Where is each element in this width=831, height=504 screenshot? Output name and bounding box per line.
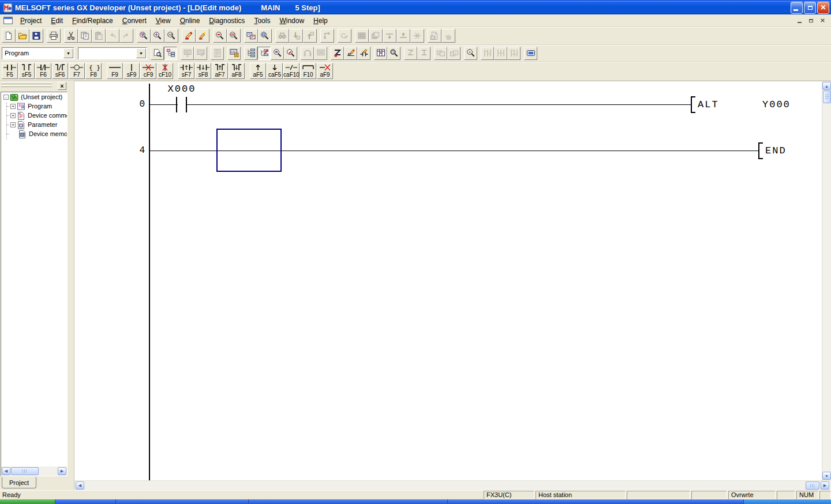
find-edit-button[interactable] [284,47,297,60]
mdi-restore-button[interactable] [806,16,816,25]
world-find-button[interactable] [258,29,272,43]
expand-icon[interactable]: + [10,122,16,127]
forced-contact-button[interactable] [357,47,370,60]
mdi-minimize-button[interactable] [795,16,804,25]
replace-device-button[interactable] [182,29,196,43]
fkey-caF5-button[interactable]: caF5 [267,63,283,79]
menu-edit[interactable]: Edit [46,15,68,27]
device-batch-button[interactable] [374,47,387,60]
find-step-button[interactable] [227,29,241,43]
tree-item[interactable]: -(Unset project) [1,92,67,101]
find-button[interactable] [137,29,151,43]
menu-convert[interactable]: Convert [118,15,151,27]
start-button[interactable] [0,499,55,504]
scroll-left-icon[interactable]: ◀ [76,482,84,490]
scroll-right-icon[interactable]: ▶ [821,482,829,490]
fkey-aF8-button[interactable]: aF8 [229,63,245,79]
fkey-cF9-button[interactable]: cF9 [140,63,156,79]
data-type-combo[interactable]: Program ▼ [2,47,74,59]
tree-item[interactable]: Device memory [1,129,67,138]
cut-button[interactable] [64,29,78,43]
fkey-F8-button[interactable]: { }F8 [85,63,102,79]
ld-window-icon[interactable] [3,16,13,25]
data-name-combo[interactable]: ▼ [78,47,147,59]
menu-tools[interactable]: Tools [249,15,275,27]
tree-item[interactable]: +Program [1,101,67,111]
chevron-down-icon[interactable]: ▼ [63,48,73,58]
fkey-cF10-button[interactable]: cF10 [157,63,173,79]
print-button[interactable] [47,29,61,43]
fkey-sF7-button[interactable]: sF7 [178,63,194,79]
restore-button[interactable] [804,2,816,14]
save-button[interactable] [29,29,43,43]
tree-pin-button[interactable] [257,47,271,60]
expand-icon[interactable]: + [10,113,16,118]
fkey-sF6-button[interactable]: sF6 [52,63,68,79]
ladder-monitor-button[interactable]: LD [227,47,241,60]
menu-view[interactable]: View [151,15,175,27]
fkey-caF10-button[interactable]: caF10 [283,63,300,79]
scroll-up-icon[interactable]: ▲ [822,82,831,90]
find-string-button[interactable]: AB [164,29,178,43]
docking-grip[interactable] [1,82,52,84]
scroll-right-icon[interactable]: ▶ [58,467,66,475]
screen-keyboard-button[interactable] [524,47,537,60]
fkey-aF9-button[interactable]: aF9 [317,63,333,79]
vertical-scrollbar[interactable]: ▲ ▼ [822,81,831,480]
menu-find-replace[interactable]: Find/Replace [68,15,118,27]
system-tray[interactable] [743,499,831,504]
fkey-F9-button[interactable]: F9 [107,63,123,79]
fkey-aF5-button[interactable]: aF5 [250,63,266,79]
horizontal-scrollbar[interactable]: ◀ ▶ [74,480,831,490]
scrollbar-thumb[interactable] [806,482,819,490]
fkey-sF8-button[interactable]: sF8 [195,63,211,79]
menu-project[interactable]: Project [16,15,46,27]
ladder-editor-canvas[interactable]: 0 X000 ALT Y000 4 END ▲ ▼ ◀ ▶ [74,81,831,490]
fkey-aF7-button[interactable]: aF7 [212,63,228,79]
docking-grip[interactable] [1,85,52,87]
minimize-button[interactable] [791,2,803,14]
tree-item[interactable]: +Parameter [1,120,67,129]
project-tab[interactable]: Project [2,477,36,488]
tree-horizontal-scrollbar[interactable]: ◀ ▶ [1,467,67,476]
fkey-F7-button[interactable]: F7 [69,63,85,79]
scrollbar-thumb[interactable] [823,91,831,103]
project-tree[interactable]: -(Unset project)+Program+Device comment+… [1,92,68,476]
write-mode-button[interactable] [164,47,177,60]
copy-button[interactable] [78,29,92,43]
fkey-sF5-button[interactable]: sF5 [18,63,35,79]
read-mode-button[interactable] [151,47,164,60]
program-check-button[interactable] [464,47,477,60]
find-contact-coil-button[interactable] [213,29,227,43]
menu-window[interactable]: Window [275,15,309,27]
clock-monitor-button[interactable] [387,47,400,60]
fkey-F6-button[interactable]: F6 [35,63,51,79]
fkey-F5-button[interactable]: F5 [2,63,18,79]
new-button[interactable] [2,29,16,43]
collapse-icon[interactable]: - [3,95,9,100]
scrollbar-thumb[interactable] [11,467,39,475]
find-contact-button[interactable] [271,47,284,60]
find-device-button[interactable] [151,29,164,43]
menu-online[interactable]: Online [175,15,205,27]
close-button[interactable]: ✕ [817,2,829,14]
open-button[interactable] [16,29,29,43]
scroll-left-icon[interactable]: ◀ [2,467,10,475]
tree-item[interactable]: +Device comment [1,111,67,120]
scroll-down-icon[interactable]: ▼ [822,472,831,480]
menu-help[interactable]: Help [309,15,332,27]
device-test-button[interactable] [331,47,344,60]
expand-icon[interactable]: + [10,104,16,109]
menu-diagnostics[interactable]: Diagnostics [204,15,249,27]
forced-io-button[interactable] [344,47,357,60]
windows-taskbar[interactable] [0,499,831,504]
fkey-F10-button[interactable]: F10 [300,63,316,79]
replace-string-button[interactable] [196,29,209,43]
panel-splitter[interactable] [68,81,74,490]
mdi-close-button[interactable]: ✕ [818,16,828,25]
tree-view-button[interactable] [244,47,257,60]
chevron-down-icon[interactable]: ▼ [136,48,146,58]
panel-close-icon[interactable]: × [58,82,66,90]
fkey-sF9-button[interactable]: sF9 [123,63,140,79]
screen-swap-button[interactable] [244,29,258,43]
